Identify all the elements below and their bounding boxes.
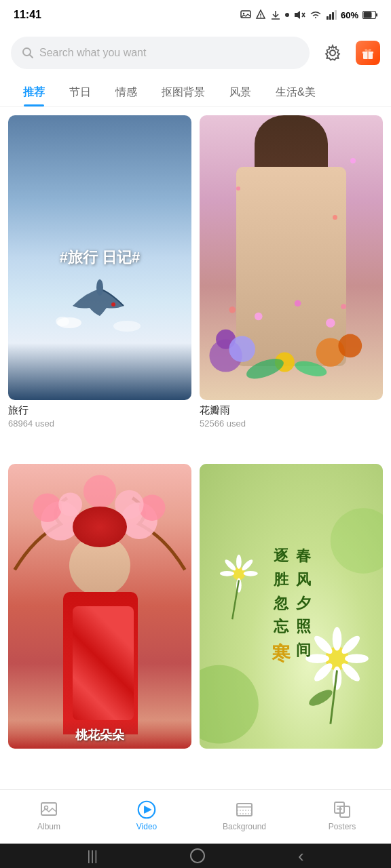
card-3-image: 桃花朵朵: [8, 464, 191, 749]
nav-album[interactable]: Album: [0, 800, 98, 831]
svg-point-30: [229, 336, 255, 363]
svg-point-59: [339, 660, 362, 684]
svg-point-52: [333, 627, 342, 651]
wifi-status-icon: [310, 9, 322, 20]
search-placeholder-text: Search what you want: [39, 47, 146, 59]
svg-point-63: [236, 555, 242, 569]
svg-marker-75: [145, 806, 152, 813]
tab-koutu[interactable]: 抠图背景: [149, 79, 217, 106]
tab-shenghuo[interactable]: 生活&美: [263, 79, 328, 106]
svg-point-66: [244, 571, 258, 576]
status-bar: 11:41 60%: [0, 0, 391, 30]
svg-point-36: [255, 313, 263, 321]
svg-rect-16: [364, 12, 372, 18]
status-icons: 60%: [240, 9, 377, 20]
battery-icon: [362, 11, 377, 19]
home-indicator: ||| ‹: [0, 844, 391, 868]
svg-point-42: [33, 494, 62, 522]
svg-point-56: [312, 633, 335, 656]
card-4-image: 逐 胜 忽 忘 寒 春 风 夕 照 间: [200, 464, 383, 749]
card-1-image: #旅行 日记#: [8, 115, 191, 400]
signal-status-icon: [326, 9, 337, 20]
background-icon: [235, 800, 254, 819]
svg-point-32: [338, 334, 362, 358]
svg-point-57: [339, 633, 362, 656]
nav-video[interactable]: Video: [98, 800, 196, 831]
svg-point-40: [229, 307, 236, 313]
download-status-icon: [270, 9, 281, 20]
poem-left-col: 逐 胜 忽 忘 寒: [272, 546, 291, 667]
gear-icon: [324, 44, 341, 62]
nav-posters[interactable]: Posters: [293, 800, 391, 831]
svg-point-70: [200, 665, 259, 744]
svg-point-6: [285, 13, 289, 17]
video-icon-svg: [137, 799, 156, 821]
tabs-row: 推荐 节日 情感 抠图背景 风景 生活&美: [0, 76, 391, 107]
card-3-bottom-text: 桃花朵朵: [75, 728, 124, 742]
svg-rect-72: [41, 803, 56, 815]
card-1-subtitle: 68964 used: [8, 418, 191, 429]
search-bar-row: Search what you want: [0, 30, 391, 76]
settings-button[interactable]: [318, 38, 348, 68]
card-1-title: 旅行: [8, 404, 191, 417]
tab-tuijian[interactable]: 推荐: [11, 79, 57, 106]
svg-rect-76: [237, 804, 252, 816]
svg-point-27: [113, 321, 141, 332]
gift-button[interactable]: [356, 41, 380, 65]
tab-fengjing[interactable]: 风景: [217, 79, 263, 106]
back-button[interactable]: ‹: [298, 846, 304, 867]
svg-line-18: [30, 55, 33, 58]
svg-point-1: [243, 13, 244, 14]
home-button[interactable]: [190, 848, 205, 863]
svg-point-65: [220, 571, 234, 576]
search-bar[interactable]: Search what you want: [11, 37, 310, 69]
card-3-text-banner: 桃花朵朵: [8, 720, 191, 749]
nav-background-label: Background: [223, 822, 266, 831]
tab-qinggan[interactable]: 情感: [103, 79, 149, 106]
card-2-subtitle: 52566 used: [200, 418, 383, 429]
svg-point-19: [330, 50, 335, 56]
bottom-nav: Album Video Background: [0, 789, 391, 844]
svg-rect-11: [329, 14, 331, 20]
background-icon-svg: [235, 800, 254, 819]
svg-point-24: [111, 302, 115, 307]
mute-status-icon: [293, 9, 305, 20]
poem-right-col: 春 风 夕 照 间: [296, 546, 311, 667]
status-time: 11:41: [14, 9, 41, 21]
svg-point-38: [326, 318, 335, 328]
svg-point-43: [58, 493, 82, 517]
photo-status-icon: [240, 9, 251, 20]
tab-jieri[interactable]: 节日: [57, 79, 103, 106]
airplane-wing-svg: [56, 275, 144, 343]
card-2[interactable]: 花瓣雨 52566 used: [200, 115, 383, 456]
nav-background[interactable]: Background: [196, 800, 293, 831]
svg-point-39: [341, 304, 346, 309]
poem-container: 逐 胜 忽 忘 寒 春 风 夕 照 间: [272, 546, 311, 667]
svg-point-23: [96, 279, 103, 296]
content-grid: #旅行 日记# 旅行 68964 used: [0, 107, 391, 789]
posters-icon-svg: [333, 800, 352, 819]
svg-point-61: [307, 687, 335, 709]
svg-point-37: [295, 300, 301, 307]
svg-marker-7: [295, 11, 300, 19]
battery-status: 60%: [341, 10, 358, 20]
alert-status-icon: [255, 9, 266, 20]
menu-button[interactable]: |||: [87, 848, 98, 864]
dot-status-icon: [285, 13, 289, 17]
svg-point-67: [223, 558, 237, 572]
svg-point-58: [312, 660, 335, 684]
flowers-svg: [200, 272, 383, 400]
nav-video-label: Video: [136, 822, 157, 831]
card-1[interactable]: #旅行 日记# 旅行 68964 used: [8, 115, 191, 456]
svg-rect-13: [335, 10, 337, 20]
video-icon: [137, 800, 156, 819]
svg-rect-12: [332, 12, 334, 20]
card-4[interactable]: 逐 胜 忽 忘 寒 春 风 夕 照 间: [200, 464, 383, 781]
nav-posters-label: Posters: [329, 822, 356, 831]
svg-point-68: [240, 558, 254, 572]
card-4-bg: 逐 胜 忽 忘 寒 春 风 夕 照 间: [200, 464, 383, 749]
search-icon: [22, 47, 34, 59]
svg-point-26: [56, 317, 69, 326]
card-1-bg: #旅行 日记#: [8, 115, 191, 400]
card-3[interactable]: 桃花朵朵: [8, 464, 191, 781]
